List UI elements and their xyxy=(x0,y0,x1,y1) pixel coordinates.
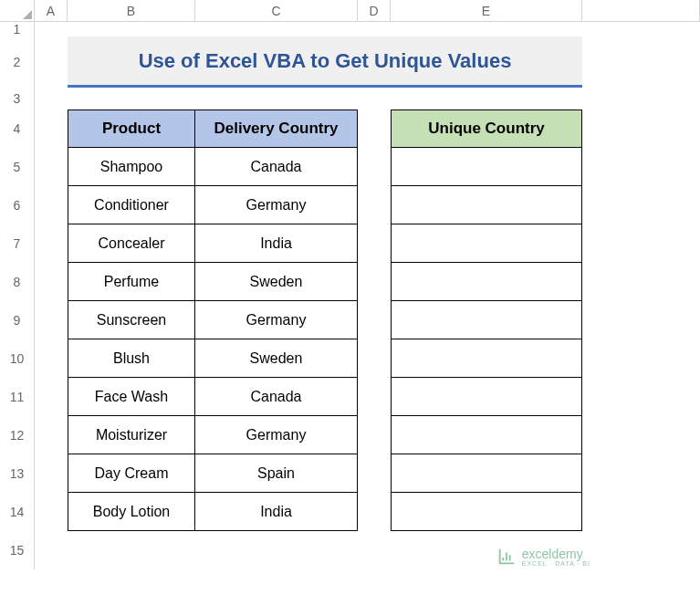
cell-blank-r7[interactable] xyxy=(582,224,700,263)
cell-a10[interactable] xyxy=(35,339,68,378)
cell-unique-1[interactable] xyxy=(391,186,582,224)
cell-unique-3[interactable] xyxy=(391,263,582,301)
cell-a7[interactable] xyxy=(35,224,68,263)
spreadsheet-grid: A B C D E 1 2 Use of Excel VBA to Get Un… xyxy=(0,0,700,569)
cell-d9[interactable] xyxy=(358,301,391,339)
row-header-6[interactable]: 6 xyxy=(0,186,35,224)
cell-product-7[interactable]: Moisturizer xyxy=(68,416,195,454)
cell-unique-8[interactable] xyxy=(391,454,582,493)
cell-blank-r14[interactable] xyxy=(582,493,700,531)
cell-a2[interactable] xyxy=(35,37,68,88)
cell-a11[interactable] xyxy=(35,378,68,416)
cell-d11[interactable] xyxy=(358,378,391,416)
cell-country-4[interactable]: Germany xyxy=(195,301,358,339)
col-header-c[interactable]: C xyxy=(195,0,358,22)
cell-product-5[interactable]: Blush xyxy=(68,339,195,378)
title: Use of Excel VBA to Get Unique Values xyxy=(68,37,582,88)
header-product[interactable]: Product xyxy=(68,110,195,148)
cell-row1[interactable] xyxy=(35,22,700,37)
cell-country-3[interactable]: Sweden xyxy=(195,263,358,301)
cell-unique-5[interactable] xyxy=(391,339,582,378)
col-header-a[interactable]: A xyxy=(35,0,68,22)
row-header-1[interactable]: 1 xyxy=(0,22,35,37)
cell-unique-4[interactable] xyxy=(391,301,582,339)
cell-unique-7[interactable] xyxy=(391,416,582,454)
cell-a14[interactable] xyxy=(35,493,68,531)
cell-country-5[interactable]: Sweden xyxy=(195,339,358,378)
cell-d5[interactable] xyxy=(358,148,391,186)
row-header-5[interactable]: 5 xyxy=(0,148,35,186)
watermark-sub: EXCEL · DATA · BI xyxy=(522,560,590,567)
cell-d4[interactable] xyxy=(358,110,391,148)
cell-d10[interactable] xyxy=(358,339,391,378)
cell-blank-r4[interactable] xyxy=(582,110,700,148)
cell-blank-r2[interactable] xyxy=(582,37,700,88)
row-header-8[interactable]: 8 xyxy=(0,263,35,301)
header-unique[interactable]: Unique Country xyxy=(391,110,582,148)
cell-a12[interactable] xyxy=(35,416,68,454)
cell-a8[interactable] xyxy=(35,263,68,301)
cell-country-9[interactable]: India xyxy=(195,493,358,531)
cell-unique-6[interactable] xyxy=(391,378,582,416)
row-header-3[interactable]: 3 xyxy=(0,88,35,110)
cell-a9[interactable] xyxy=(35,301,68,339)
cell-country-7[interactable]: Germany xyxy=(195,416,358,454)
cell-d12[interactable] xyxy=(358,416,391,454)
row-header-2[interactable]: 2 xyxy=(0,37,35,88)
chart-icon xyxy=(496,547,517,567)
cell-blank-r6[interactable] xyxy=(582,186,700,224)
cell-d8[interactable] xyxy=(358,263,391,301)
row-header-14[interactable]: 14 xyxy=(0,493,35,531)
cell-country-2[interactable]: India xyxy=(195,224,358,263)
cell-blank-r8[interactable] xyxy=(582,263,700,301)
row-header-4[interactable]: 4 xyxy=(0,110,35,148)
cell-blank-r12[interactable] xyxy=(582,416,700,454)
cell-blank-r5[interactable] xyxy=(582,148,700,186)
cell-blank-r13[interactable] xyxy=(582,454,700,493)
cell-product-8[interactable]: Day Cream xyxy=(68,454,195,493)
cell-product-1[interactable]: Conditioner xyxy=(68,186,195,224)
cell-d14[interactable] xyxy=(358,493,391,531)
cell-row15[interactable] xyxy=(35,531,700,569)
cell-product-9[interactable]: Body Lotion xyxy=(68,493,195,531)
row-header-13[interactable]: 13 xyxy=(0,454,35,493)
row-header-11[interactable]: 11 xyxy=(0,378,35,416)
col-header-blank[interactable] xyxy=(582,0,700,22)
watermark-logo: exceldemy EXCEL · DATA · BI xyxy=(496,547,590,567)
cell-blank-r9[interactable] xyxy=(582,301,700,339)
watermark-text: exceldemy xyxy=(522,548,590,560)
cell-blank-r11[interactable] xyxy=(582,378,700,416)
cell-a13[interactable] xyxy=(35,454,68,493)
row-header-9[interactable]: 9 xyxy=(0,301,35,339)
cell-country-1[interactable]: Germany xyxy=(195,186,358,224)
cell-d6[interactable] xyxy=(358,186,391,224)
cell-country-8[interactable]: Spain xyxy=(195,454,358,493)
cell-product-0[interactable]: Shampoo xyxy=(68,148,195,186)
cell-country-0[interactable]: Canada xyxy=(195,148,358,186)
cell-a4[interactable] xyxy=(35,110,68,148)
cell-blank-r10[interactable] xyxy=(582,339,700,378)
row-header-15[interactable]: 15 xyxy=(0,531,35,569)
cell-unique-0[interactable] xyxy=(391,148,582,186)
select-all-corner[interactable] xyxy=(0,0,35,22)
cell-unique-9[interactable] xyxy=(391,493,582,531)
cell-product-4[interactable]: Sunscreen xyxy=(68,301,195,339)
cell-unique-2[interactable] xyxy=(391,224,582,263)
row-header-10[interactable]: 10 xyxy=(0,339,35,378)
row-header-7[interactable]: 7 xyxy=(0,224,35,263)
row-header-12[interactable]: 12 xyxy=(0,416,35,454)
cell-country-6[interactable]: Canada xyxy=(195,378,358,416)
cell-d13[interactable] xyxy=(358,454,391,493)
cell-a6[interactable] xyxy=(35,186,68,224)
col-header-b[interactable]: B xyxy=(68,0,195,22)
cell-product-6[interactable]: Face Wash xyxy=(68,378,195,416)
cell-row3[interactable] xyxy=(35,88,700,110)
cell-product-2[interactable]: Concealer xyxy=(68,224,195,263)
col-header-d[interactable]: D xyxy=(358,0,391,22)
col-header-e[interactable]: E xyxy=(391,0,582,22)
cell-product-3[interactable]: Perfume xyxy=(68,263,195,301)
cell-d7[interactable] xyxy=(358,224,391,263)
cell-a5[interactable] xyxy=(35,148,68,186)
header-delivery[interactable]: Delivery Country xyxy=(195,110,358,148)
